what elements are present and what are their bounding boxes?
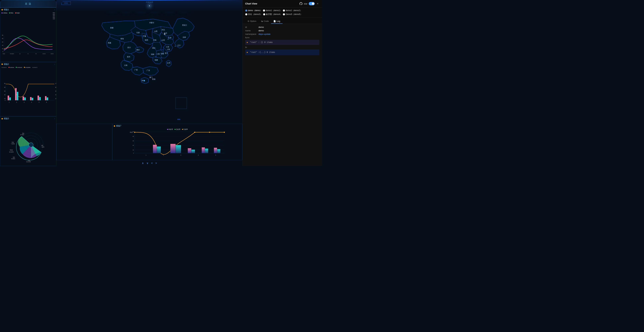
svg-text:20: 20 [2,42,3,42]
svg-text:40: 40 [133,136,134,137]
nav-down[interactable]: ∨ [146,162,148,165]
middle-panel: 中间头部 大 屏 场 景 演 示 左边 [56,0,242,166]
demo-tab-demo5[interactable]: Demo5（demo5） [283,13,302,16]
top-header: 中间头部 大 屏 场 景 演 示 左边 [56,0,242,12]
svg-point-65 [175,46,176,46]
svg-rect-94 [205,148,208,153]
label-shandong: 山东 [162,39,165,41]
label-heilongjiang: 黑龙江 [182,24,187,26]
svg-text:3: 3 [24,102,24,103]
svg-text:20: 20 [55,98,56,99]
label-shaanxi: 陕西 [145,39,148,41]
svg-text:5.55%: 5.55% [12,158,15,160]
nav-left[interactable]: < [151,162,152,165]
svg-text:2: 2 [16,102,17,103]
label-xizang: 西藏 [108,42,111,44]
tab-log[interactable]: 📄 Log [271,19,282,24]
to-code-line: ▶ "root" :{...} 8 items [246,50,318,54]
info-namespace-label: namespace [245,33,258,35]
label-hunan: 湖南 [151,54,154,55]
module7-card: 模版7 待处理 已处理 完成率 数值1 [112,124,242,160]
demo-tab-demo3[interactable]: 排名（demo3） [245,13,262,16]
module1-arrow[interactable]: › [54,9,55,10]
info-form-row: form [245,36,319,39]
info-to-row: to [245,46,319,48]
info-id-value: demo [258,26,264,28]
svg-rect-34 [30,97,32,100]
bottom-row: 模版7 待处理 已处理 完成率 数值1 [56,124,242,160]
module2-legend: number1 undone resolved complate number2 [0,66,56,68]
label-aomen: 澳门 [150,76,153,78]
svg-text:40: 40 [4,87,6,88]
svg-text:one: one [28,160,30,161]
svg-rect-35 [32,98,33,100]
tab-option[interactable]: ⚙ Option [245,19,259,24]
svg-text:10: 10 [2,48,3,49]
form-code-block: ▶ "root" : {} 0 items [245,40,319,45]
module3-title: 模版3 › [0,116,56,121]
demo-tabs: demo（demo） demo1（demo1） demo2（demo2） 排名（… [242,8,322,18]
label-anhui: 安徽 [160,53,164,54]
label-yunnan: 云南 [124,64,128,66]
star-label: star [304,2,308,5]
svg-text:10.32%: 10.32% [9,151,14,153]
right-panel: Chart View star ✕ demo（demo） demo1（demo1… [242,0,322,166]
module3-svg: old 50% five 4.76% four 7.94% three 10.3… [0,121,56,165]
guangxi-region [132,67,143,75]
code-icon: 🌤 [261,20,263,22]
svg-text:15: 15 [2,45,3,46]
svg-text:sz: sz [28,53,28,54]
left-tab: 左边 [62,1,71,5]
svg-rect-31 [17,92,18,100]
svg-rect-87 [153,145,157,153]
chart-view-title: Chart View [245,2,257,5]
svg-text:gz: gz [20,53,20,54]
svg-rect-89 [170,144,176,153]
toggle-switch[interactable] [309,2,315,5]
tab-bar: ⚙ Option 🌤 Code 📄 Log [242,18,322,24]
info-namespace-value[interactable]: deps-update [258,33,270,35]
nanhai-box [176,98,187,109]
demo-tab-demo4[interactable]: 象牙图（demo4） [263,13,282,16]
module3-chart: old 50% five 4.76% four 7.94% three 10.3… [0,121,56,165]
label-guangdong: 广东 [147,70,150,71]
label-jiangsu: 江苏 [166,46,169,48]
close-button[interactable]: ✕ [316,2,319,5]
nav-right[interactable]: > [156,162,157,165]
svg-text:40: 40 [55,94,56,95]
right-panel-header: Chart View star ✕ [242,0,322,8]
module3-dot [2,118,3,120]
svg-rect-91 [188,148,191,153]
svg-rect-29 [9,97,11,100]
svg-text:three: three [10,150,13,151]
svg-text:two: two [13,156,15,158]
module3-card: 模版3 › [0,116,56,166]
middle-header-label: 中间头部 [146,1,153,4]
tab-code[interactable]: 🌤 Code [259,19,271,24]
svg-text:1: 1 [146,154,146,156]
label-fujian: 福建 [154,59,158,61]
form-code-line: ▶ "root" : {} 0 items [247,41,273,44]
svg-text:5: 5 [215,154,216,156]
demo-tab-demo[interactable]: demo（demo） [245,9,262,12]
svg-point-64 [168,39,168,40]
module1-title: 模版1 › [0,8,56,12]
svg-text:60: 60 [55,90,56,92]
to-code-block: ▶ "root" :{...} 8 items [245,50,319,55]
label-hubei: 湖北 [152,47,156,49]
svg-text:4.76%: 4.76% [20,134,24,136]
demo-tab-demo2[interactable]: demo2（demo2） [283,9,302,12]
svg-text:4: 4 [31,102,32,103]
module3-arrow[interactable]: › [54,118,55,120]
svg-rect-39 [47,97,48,100]
module2-arrow[interactable]: › [54,63,55,65]
module7-svg: 数值1 50 40 30 20 10 0 [112,131,242,159]
svg-text:four: four [12,142,14,143]
svg-text:4: 4 [198,154,198,156]
module1-dot [2,9,3,10]
info-form-label: form [245,36,258,39]
demo-tab-demo1[interactable]: demo1（demo1） [263,9,282,12]
nav-up[interactable]: ∧ [142,162,144,165]
svg-point-86 [224,132,225,133]
svg-text:hk: hk [36,53,37,54]
